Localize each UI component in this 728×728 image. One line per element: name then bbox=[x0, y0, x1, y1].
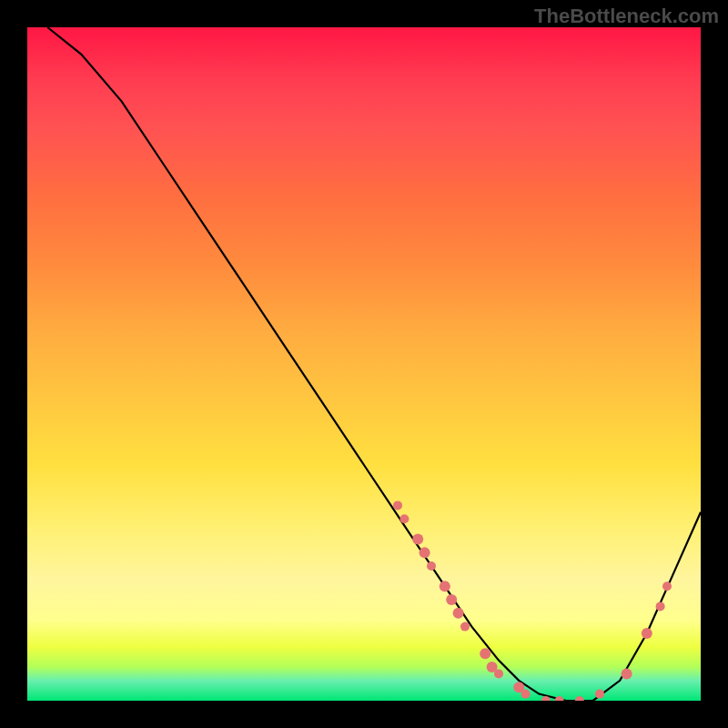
data-point bbox=[440, 581, 450, 592]
watermark-text: TheBottleneck.com bbox=[534, 5, 719, 28]
data-point bbox=[446, 594, 457, 605]
data-point bbox=[412, 533, 423, 544]
data-point bbox=[399, 514, 409, 523]
data-point bbox=[622, 668, 632, 679]
data-point bbox=[453, 608, 464, 619]
data-point bbox=[595, 690, 604, 699]
bottleneck-curve bbox=[47, 27, 701, 701]
data-point bbox=[662, 581, 672, 591]
data-point bbox=[541, 696, 551, 701]
data-point bbox=[656, 602, 665, 611]
data-point bbox=[642, 628, 652, 639]
chart-canvas bbox=[27, 27, 701, 701]
chart-svg bbox=[27, 27, 701, 701]
data-point bbox=[393, 500, 402, 510]
data-point bbox=[494, 669, 503, 678]
data-point bbox=[427, 561, 436, 571]
data-point bbox=[420, 547, 430, 558]
data-point bbox=[460, 622, 470, 632]
data-point bbox=[555, 696, 564, 701]
data-point bbox=[521, 690, 531, 699]
data-point bbox=[487, 662, 498, 672]
data-point bbox=[575, 696, 584, 701]
data-markers bbox=[393, 500, 672, 701]
data-point bbox=[480, 648, 490, 659]
data-point bbox=[513, 682, 524, 693]
